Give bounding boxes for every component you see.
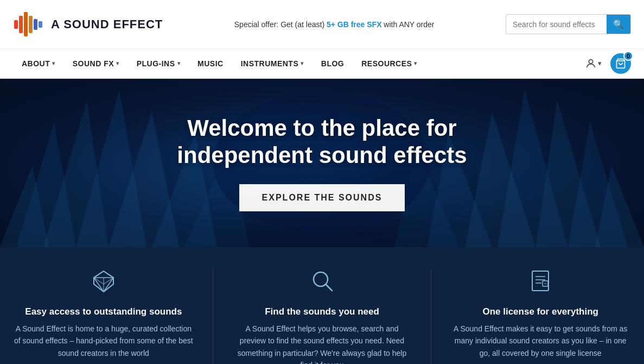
- svg-rect-3: [29, 16, 33, 33]
- feature-title-2: Find the sounds you need: [232, 306, 413, 317]
- svg-line-31: [104, 278, 113, 284]
- cart-badge: 0: [623, 51, 633, 61]
- nav-item-instruments[interactable]: INSTRUMENTS ▾: [232, 48, 313, 78]
- feature-item-1: Easy access to outstanding sounds A Soun…: [13, 269, 194, 359]
- nav-item-music[interactable]: MUSIC: [189, 48, 232, 78]
- logo-icon: [13, 9, 46, 39]
- feature-item-3: One license for everything A Sound Effec…: [450, 269, 631, 359]
- license-icon: [450, 269, 631, 298]
- feature-desc-1: A Sound Effect is home to a huge, curate…: [13, 323, 194, 359]
- main-nav: ABOUT ▾ SOUND FX ▾ PLUG-INS ▾ MUSIC INST…: [0, 49, 644, 79]
- search-icon: [232, 269, 413, 298]
- logo-text: A SOUND EFFECT: [51, 17, 163, 32]
- chevron-down-icon: ▾: [116, 60, 119, 66]
- nav-right: ▾ 0: [585, 53, 631, 74]
- feature-item-2: Find the sounds you need A Sound Effect …: [232, 269, 413, 364]
- nav-item-about[interactable]: ABOUT ▾: [13, 48, 64, 78]
- nav-item-blog[interactable]: BLOG: [313, 48, 353, 78]
- explore-button[interactable]: EXPLORE THE SOUNDS: [239, 184, 405, 211]
- svg-line-26: [104, 271, 113, 278]
- chevron-down-icon: ▾: [52, 60, 55, 66]
- search-input[interactable]: [506, 16, 607, 33]
- hero-title: Welcome to the place for independent sou…: [132, 115, 512, 170]
- search-bar: 🔍: [506, 14, 631, 34]
- feature-title-3: One license for everything: [450, 306, 631, 317]
- nav-item-sound-fx[interactable]: SOUND FX ▾: [64, 48, 128, 78]
- search-button[interactable]: 🔍: [607, 15, 630, 34]
- user-caret: ▾: [598, 59, 602, 67]
- svg-rect-4: [34, 19, 37, 30]
- svg-rect-5: [39, 21, 42, 28]
- hero-section: Welcome to the place for independent sou…: [0, 79, 644, 247]
- hero-content: Welcome to the place for independent sou…: [132, 115, 512, 212]
- feature-divider-1: [213, 269, 213, 364]
- chevron-down-icon: ▾: [177, 60, 181, 66]
- user-account-button[interactable]: ▾: [585, 58, 602, 70]
- promo-link[interactable]: 5+ GB free SFX: [327, 20, 382, 29]
- svg-rect-1: [19, 16, 23, 33]
- nav-item-resources[interactable]: RESOURCES ▾: [353, 48, 426, 78]
- feature-divider-2: [431, 269, 431, 364]
- nav-item-plug-ins[interactable]: PLUG-INS ▾: [128, 48, 189, 78]
- features-section: Easy access to outstanding sounds A Soun…: [0, 247, 644, 364]
- feature-desc-2: A Sound Effect helps you browse, search …: [232, 323, 413, 364]
- diamond-icon: [13, 269, 194, 298]
- logo[interactable]: A SOUND EFFECT: [13, 9, 163, 39]
- chevron-down-icon: ▾: [414, 60, 417, 66]
- promo-text: Special offer: Get (at least): [234, 20, 327, 29]
- cart-container: 0: [610, 53, 631, 74]
- svg-line-30: [94, 278, 104, 284]
- promo-suffix: with ANY order: [381, 20, 434, 29]
- svg-line-33: [326, 284, 332, 291]
- feature-title-1: Easy access to outstanding sounds: [13, 306, 194, 317]
- svg-rect-2: [24, 12, 28, 36]
- svg-line-25: [94, 271, 104, 278]
- site-header: A SOUND EFFECT Special offer: Get (at le…: [0, 0, 644, 49]
- svg-rect-0: [14, 20, 18, 29]
- promo-banner: Special offer: Get (at least) 5+ GB free…: [163, 20, 506, 29]
- chevron-down-icon: ▾: [301, 60, 304, 66]
- svg-point-6: [589, 59, 592, 63]
- user-icon: [585, 58, 597, 70]
- feature-desc-3: A Sound Effect makes it easy to get soun…: [450, 323, 631, 359]
- nav-items: ABOUT ▾ SOUND FX ▾ PLUG-INS ▾ MUSIC INST…: [13, 48, 585, 78]
